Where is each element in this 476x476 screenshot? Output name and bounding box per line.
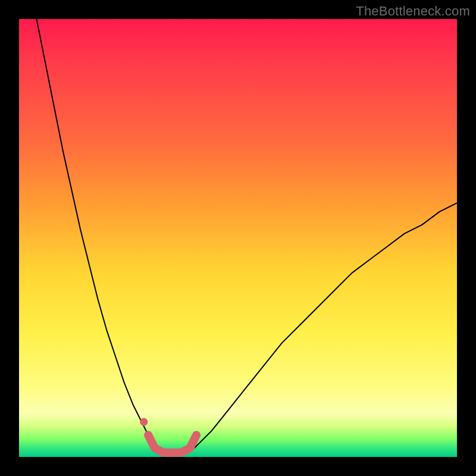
chart-frame: TheBottleneck.com <box>0 0 476 476</box>
series-valley-marker <box>148 435 196 452</box>
series-left-branch <box>36 19 155 448</box>
series-valley-dot <box>140 418 148 425</box>
series-group <box>36 19 457 453</box>
chart-svg <box>19 19 457 457</box>
plot-area <box>19 19 457 457</box>
watermark-text: TheBottleneck.com <box>356 4 470 19</box>
series-right-branch <box>194 203 457 448</box>
